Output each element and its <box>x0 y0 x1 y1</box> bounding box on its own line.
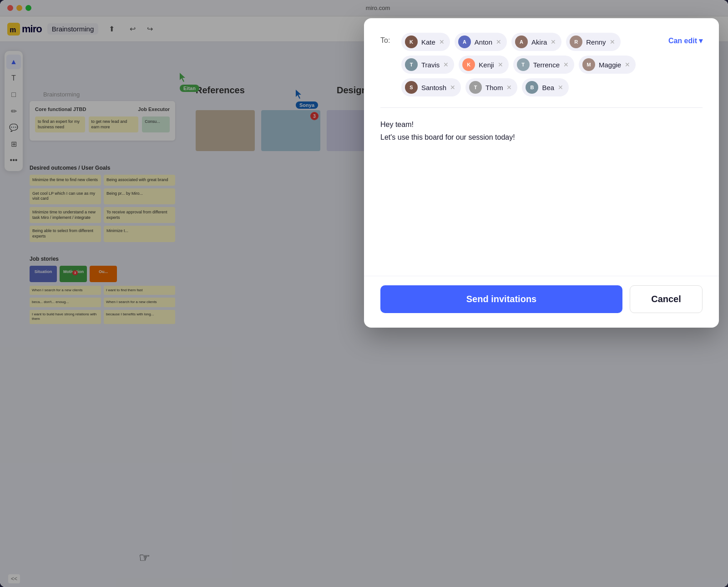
remove-akira[interactable]: ✕ <box>551 39 556 45</box>
chip-label-anton: Anton <box>475 38 492 46</box>
remove-kate[interactable]: ✕ <box>439 39 445 45</box>
chip-anton: A Anton ✕ <box>455 33 507 51</box>
avatar-maggie: M <box>582 58 595 71</box>
chip-label-maggie: Maggie <box>599 61 621 69</box>
avatar-akira: A <box>515 35 528 48</box>
modal-body: To: K Kate ✕ A Anton ✕ <box>364 18 719 276</box>
chip-kate: K Kate ✕ <box>401 33 450 51</box>
remove-renny[interactable]: ✕ <box>610 39 615 45</box>
remove-anton[interactable]: ✕ <box>496 39 501 45</box>
chip-maggie: M Maggie ✕ <box>579 56 636 74</box>
message-line1: Hey team! <box>380 119 703 131</box>
chip-akira: A Akira ✕ <box>511 33 561 51</box>
avatar-travis: T <box>405 58 418 71</box>
chip-santosh: S Santosh ✕ <box>401 78 461 96</box>
avatar-kenji: K <box>462 58 475 71</box>
chip-label-terrence: Terrence <box>533 61 560 69</box>
chip-renny: R Renny ✕ <box>566 33 620 51</box>
avatar-terrence: T <box>517 58 530 71</box>
remove-thom[interactable]: ✕ <box>506 84 512 91</box>
message-line2: Let's use this board for our session tod… <box>380 132 703 143</box>
app-window: miro.com m miro Brainstorming ⬆ ↩ ↪ K A … <box>0 0 728 587</box>
chip-travis: T Travis ✕ <box>401 56 454 74</box>
invite-modal: To: K Kate ✕ A Anton ✕ <box>364 18 719 328</box>
chip-bea: B Bea ✕ <box>522 78 569 96</box>
avatar-santosh: S <box>405 81 418 94</box>
chip-label-renny: Renny <box>586 38 606 46</box>
remove-kenji[interactable]: ✕ <box>498 61 503 68</box>
chip-thom: T Thom ✕ <box>465 78 517 96</box>
to-label: To: <box>380 33 394 45</box>
remove-travis[interactable]: ✕ <box>443 61 449 68</box>
can-edit-label: Can edit <box>668 37 697 45</box>
avatar-thom: T <box>469 81 482 94</box>
avatar-renny: R <box>570 35 582 48</box>
remove-santosh[interactable]: ✕ <box>450 84 455 91</box>
recipients-area: K Kate ✕ A Anton ✕ A Akira ✕ <box>401 33 661 96</box>
chip-label-bea: Bea <box>542 84 554 91</box>
chip-kenji: K Kenji ✕ <box>459 56 508 74</box>
chip-label-thom: Thom <box>485 84 503 91</box>
avatar-anton: A <box>458 35 471 48</box>
can-edit-button[interactable]: Can edit ▾ <box>668 33 703 45</box>
remove-maggie[interactable]: ✕ <box>625 61 630 68</box>
cancel-button[interactable]: Cancel <box>630 285 703 313</box>
chip-terrence: T Terrence ✕ <box>513 56 574 74</box>
chip-label-travis: Travis <box>421 61 440 69</box>
chip-label-santosh: Santosh <box>421 84 446 91</box>
modal-footer: Send invitations Cancel <box>364 276 719 328</box>
chip-label-kenji: Kenji <box>479 61 494 69</box>
chip-label-kate: Kate <box>421 38 435 46</box>
send-invitations-button[interactable]: Send invitations <box>380 285 622 313</box>
chevron-down-icon: ▾ <box>699 36 703 45</box>
avatar-bea: B <box>526 81 538 94</box>
chip-label-akira: Akira <box>531 38 547 46</box>
modal-overlay: To: K Kate ✕ A Anton ✕ <box>0 0 728 587</box>
avatar-kate: K <box>405 35 418 48</box>
message-area: Hey team! Let's use this board for our s… <box>380 108 703 155</box>
to-row: To: K Kate ✕ A Anton ✕ <box>380 33 703 108</box>
remove-terrence[interactable]: ✕ <box>563 61 569 68</box>
remove-bea[interactable]: ✕ <box>558 84 563 91</box>
